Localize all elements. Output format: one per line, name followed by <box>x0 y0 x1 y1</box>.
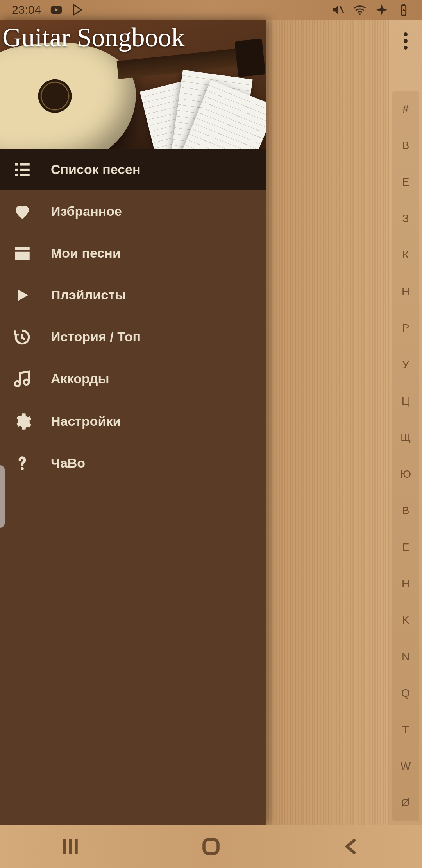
svg-rect-6 <box>20 163 30 165</box>
system-navbar <box>0 825 422 868</box>
alpha-index-letter[interactable]: N <box>392 638 419 675</box>
more-vert-icon <box>404 32 408 50</box>
alpha-index-letter[interactable]: E <box>392 529 419 565</box>
alpha-index-scrollbar[interactable]: #ВЕЗКНРУЦЩЮBEHKNQTWØ <box>392 91 419 821</box>
home-button[interactable] <box>199 835 223 858</box>
drawer-item-label: ЧаВо <box>51 456 85 471</box>
svg-rect-8 <box>20 168 30 170</box>
youtube-icon <box>50 3 63 16</box>
alpha-index-letter[interactable]: H <box>392 565 419 602</box>
alpha-index-letter[interactable]: У <box>392 346 419 383</box>
drawer-item-label: Мои песни <box>51 246 121 261</box>
svg-rect-7 <box>15 168 18 170</box>
alpha-index-letter[interactable]: З <box>392 200 419 237</box>
alpha-index-letter[interactable]: Q <box>392 675 419 712</box>
airplane-icon <box>375 3 388 16</box>
statusbar: 23:04 <box>0 0 422 20</box>
drawer-item-favorites[interactable]: Избранное <box>0 190 266 232</box>
svg-rect-9 <box>15 174 18 176</box>
background-right-panel: #ВЕЗКНРУЦЩЮBEHKNQTWØ <box>389 20 422 825</box>
playstore-icon <box>72 3 85 16</box>
drawer-header: Guitar Songbook <box>0 20 266 149</box>
settings-icon <box>13 412 32 431</box>
chords-icon <box>13 369 32 389</box>
app-title: Guitar Songbook <box>2 22 185 53</box>
drawer-item-label: Избранное <box>51 204 122 219</box>
alpha-index-letter[interactable]: T <box>392 712 419 748</box>
drawer-item-label: Настройки <box>51 414 121 429</box>
history-icon <box>13 327 32 347</box>
mute-icon <box>331 3 345 16</box>
alpha-index-letter[interactable]: К <box>392 237 419 273</box>
alpha-index-letter[interactable]: Щ <box>392 420 419 456</box>
svg-point-2 <box>359 13 361 15</box>
alpha-index-letter[interactable]: Ц <box>392 383 419 419</box>
alpha-index-letter[interactable]: Р <box>392 310 419 346</box>
playlists-icon <box>13 285 32 305</box>
faq-icon <box>13 454 32 473</box>
alpha-index-letter[interactable]: Ю <box>392 456 419 492</box>
overflow-menu-button[interactable] <box>389 20 422 63</box>
alpha-index-letter[interactable]: Е <box>392 164 419 200</box>
svg-rect-4 <box>402 4 405 5</box>
songs-icon <box>13 160 32 179</box>
alpha-index-letter[interactable]: W <box>392 748 419 784</box>
alpha-index-letter[interactable]: Н <box>392 273 419 310</box>
edge-scroll-indicator <box>0 465 5 528</box>
svg-point-11 <box>21 467 24 470</box>
drawer-item-songs[interactable]: Список песен <box>0 149 266 190</box>
alpha-index-letter[interactable]: B <box>392 492 419 529</box>
alpha-index-letter[interactable]: В <box>392 127 419 163</box>
svg-rect-10 <box>20 174 30 176</box>
drawer-item-label: Плэйлисты <box>51 287 126 303</box>
favorites-icon <box>13 202 32 221</box>
navigation-drawer: Guitar Songbook Список песенИзбранноеМои… <box>0 20 266 825</box>
svg-rect-15 <box>204 839 218 854</box>
drawer-item-settings[interactable]: Настройки <box>0 400 266 442</box>
recents-button[interactable] <box>59 835 82 858</box>
drawer-item-label: История / Топ <box>51 329 141 344</box>
statusbar-time: 23:04 <box>12 3 41 16</box>
drawer-menu: Список песенИзбранноеМои песниПлэйлистыИ… <box>0 149 266 825</box>
alpha-index-letter[interactable]: Ø <box>392 785 419 821</box>
wifi-icon <box>353 3 367 16</box>
drawer-item-playlists[interactable]: Плэйлисты <box>0 274 266 316</box>
mysongs-icon <box>13 244 32 263</box>
drawer-item-faq[interactable]: ЧаВо <box>0 442 266 484</box>
alpha-index-letter[interactable]: K <box>392 602 419 638</box>
alpha-index-letter[interactable]: # <box>392 91 419 127</box>
drawer-item-history[interactable]: История / Топ <box>0 316 266 358</box>
sheet-music-illustration <box>149 66 263 149</box>
battery-icon <box>397 3 410 16</box>
svg-rect-5 <box>15 163 18 165</box>
drawer-item-chords[interactable]: Аккорды <box>0 358 266 400</box>
svg-line-1 <box>340 7 344 13</box>
drawer-item-mysongs[interactable]: Мои песни <box>0 232 266 274</box>
drawer-item-label: Список песен <box>51 162 140 177</box>
back-button[interactable] <box>340 835 363 858</box>
drawer-item-label: Аккорды <box>51 371 109 386</box>
